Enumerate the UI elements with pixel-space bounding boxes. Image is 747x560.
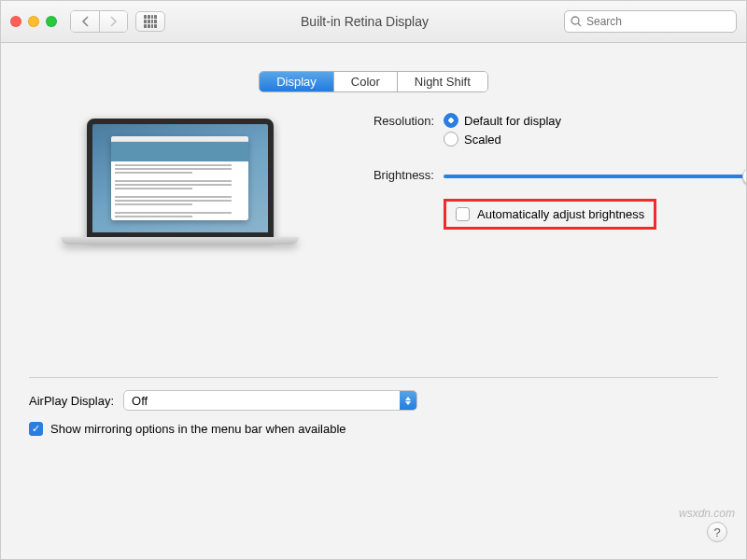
search-field[interactable]	[564, 10, 737, 33]
svg-line-1	[578, 23, 581, 26]
nav-buttons	[70, 10, 128, 33]
svg-point-0	[571, 17, 579, 24]
titlebar: Built-in Retina Display	[1, 1, 746, 43]
auto-brightness-label: Automatically adjust brightness	[477, 207, 644, 221]
zoom-icon[interactable]	[46, 16, 57, 27]
airplay-label: AirPlay Display:	[29, 394, 114, 408]
search-input[interactable]	[586, 15, 730, 28]
slider-knob[interactable]	[742, 167, 746, 186]
window-controls	[10, 16, 57, 27]
footer: AirPlay Display: Off Show mirroring opti…	[1, 377, 746, 436]
tab-night-shift[interactable]: Night Shift	[397, 72, 487, 91]
content-area: Display Color Night Shift	[1, 43, 746, 559]
resolution-label: Resolution:	[336, 113, 444, 128]
tab-color[interactable]: Color	[333, 72, 397, 91]
updown-icon	[400, 390, 416, 411]
radio-icon	[444, 132, 458, 147]
airplay-select[interactable]: Off	[123, 390, 417, 411]
settings-pane: Resolution: Default for display Scaled	[336, 113, 746, 246]
preferences-window: Built-in Retina Display Display Color Ni…	[0, 0, 747, 560]
radio-default-for-display[interactable]: Default for display	[444, 113, 746, 128]
brightness-slider[interactable]	[444, 167, 746, 186]
tab-display[interactable]: Display	[260, 72, 333, 91]
show-all-button[interactable]	[135, 11, 165, 32]
display-preview	[61, 113, 299, 246]
auto-brightness-checkbox[interactable]	[456, 207, 470, 221]
radio-label: Default for display	[464, 114, 561, 128]
watermark: wsxdn.com	[679, 507, 735, 520]
forward-button[interactable]	[99, 11, 127, 32]
tab-bar: Display Color Night Shift	[259, 71, 488, 92]
brightness-label: Brightness:	[336, 167, 444, 182]
mirroring-label: Show mirroring options in the menu bar w…	[50, 422, 346, 436]
radio-scaled[interactable]: Scaled	[444, 132, 746, 147]
close-icon[interactable]	[10, 16, 21, 27]
radio-label: Scaled	[464, 133, 501, 147]
window-title: Built-in Retina Display	[173, 14, 557, 29]
mirroring-checkbox[interactable]	[29, 422, 43, 436]
divider	[29, 377, 718, 378]
back-button[interactable]	[71, 11, 99, 32]
search-icon	[571, 16, 582, 27]
auto-brightness-highlight: Automatically adjust brightness	[444, 199, 656, 230]
airplay-value: Off	[132, 394, 148, 408]
radio-icon	[444, 113, 458, 128]
grid-icon	[144, 15, 157, 28]
help-button[interactable]: ?	[707, 522, 727, 542]
minimize-icon[interactable]	[28, 16, 39, 27]
